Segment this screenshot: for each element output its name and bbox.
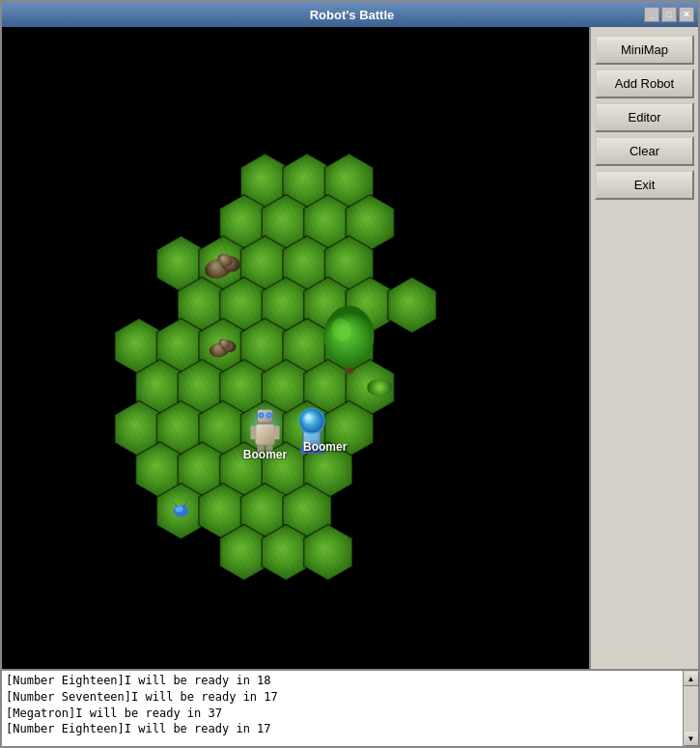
game-canvas[interactable]: Boomer: [2, 27, 589, 669]
add-robot-button[interactable]: Add Robot: [595, 69, 694, 98]
maximize-button[interactable]: □: [661, 7, 677, 22]
log-line-3: [Megatron]I will be ready in 37: [6, 706, 679, 722]
editor-button[interactable]: Editor: [595, 102, 694, 132]
window-title: Robot's Battle: [60, 8, 644, 22]
main-area: Boomer MiniMap Add Robot Editor Clear Ex…: [2, 27, 698, 669]
scroll-down-button[interactable]: ▼: [684, 731, 699, 746]
sidebar: MiniMap Add Robot Editor Clear Exit: [589, 27, 698, 669]
log-line-4: [Number Eighteen]I will be ready in 17: [6, 721, 679, 737]
title-bar: Robot's Battle _ □ ✕: [2, 2, 698, 27]
clear-button[interactable]: Clear: [595, 136, 694, 166]
close-button[interactable]: ✕: [679, 7, 694, 22]
game-canvas-element[interactable]: [2, 27, 581, 669]
exit-button[interactable]: Exit: [595, 170, 694, 200]
log-scrollbar[interactable]: ▲ ▼: [683, 671, 698, 746]
log-line-1: [Number Eighteen]I will be ready in 18: [6, 673, 679, 689]
window-controls: _ □ ✕: [644, 7, 694, 22]
log-line-2: [Number Seventeen]I will be ready in 17: [6, 689, 679, 706]
scroll-up-button[interactable]: ▲: [684, 671, 699, 686]
log-text-area: [Number Eighteen]I will be ready in 18 […: [2, 671, 683, 746]
log-panel: [Number Eighteen]I will be ready in 18 […: [2, 669, 698, 746]
main-window: Robot's Battle _ □ ✕: [0, 0, 700, 748]
minimize-button[interactable]: _: [644, 7, 659, 22]
minimap-button[interactable]: MiniMap: [595, 35, 694, 65]
